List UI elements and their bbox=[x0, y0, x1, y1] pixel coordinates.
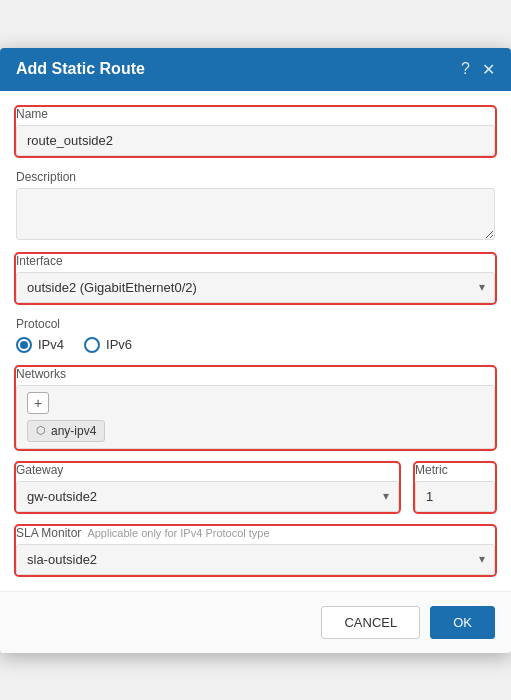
sla-monitor-select[interactable]: sla-outside2 bbox=[16, 544, 495, 575]
metric-field-group: Metric bbox=[415, 463, 495, 512]
metric-label: Metric bbox=[415, 463, 495, 477]
ipv6-radio-circle[interactable] bbox=[84, 337, 100, 353]
description-field-group: Description bbox=[16, 170, 495, 240]
interface-select-wrapper: outside2 (GigabitEthernet0/2) ▾ bbox=[16, 272, 495, 303]
networks-label: Networks bbox=[16, 367, 495, 381]
modal-header: Add Static Route ? ✕ bbox=[0, 48, 511, 91]
network-tag-label: any-ipv4 bbox=[51, 424, 96, 438]
ipv6-label: IPv6 bbox=[106, 337, 132, 352]
modal-footer: CANCEL OK bbox=[0, 591, 511, 653]
ipv4-radio-circle[interactable] bbox=[16, 337, 32, 353]
name-field-group: Name bbox=[16, 107, 495, 156]
protocol-options: IPv4 IPv6 bbox=[16, 337, 495, 353]
ipv4-radio-dot bbox=[20, 341, 28, 349]
ipv4-label: IPv4 bbox=[38, 337, 64, 352]
cancel-button[interactable]: CANCEL bbox=[321, 606, 420, 639]
interface-select[interactable]: outside2 (GigabitEthernet0/2) bbox=[16, 272, 495, 303]
gateway-select[interactable]: gw-outside2 bbox=[16, 481, 399, 512]
networks-box: + ⬡ any-ipv4 bbox=[16, 385, 495, 449]
sla-monitor-sublabel: Applicable only for IPv4 Protocol type bbox=[87, 527, 269, 539]
metric-input[interactable] bbox=[415, 481, 495, 512]
sla-monitor-field-group: SLA Monitor Applicable only for IPv4 Pro… bbox=[16, 526, 495, 575]
add-static-route-modal: Add Static Route ? ✕ Name Description In… bbox=[0, 48, 511, 653]
close-icon[interactable]: ✕ bbox=[482, 60, 495, 79]
protocol-label: Protocol bbox=[16, 317, 495, 331]
sla-monitor-label-row: SLA Monitor Applicable only for IPv4 Pro… bbox=[16, 526, 495, 540]
interface-label: Interface bbox=[16, 254, 495, 268]
protocol-ipv4-option[interactable]: IPv4 bbox=[16, 337, 64, 353]
network-tag-icon: ⬡ bbox=[36, 424, 46, 437]
gateway-field-group: Gateway gw-outside2 ▾ bbox=[16, 463, 399, 512]
gateway-metric-row: Gateway gw-outside2 ▾ Metric bbox=[16, 463, 495, 512]
protocol-field-group: Protocol IPv4 IPv6 bbox=[16, 317, 495, 353]
description-textarea[interactable] bbox=[16, 188, 495, 240]
sla-monitor-select-wrapper: sla-outside2 ▾ bbox=[16, 544, 495, 575]
gateway-select-wrapper: gw-outside2 ▾ bbox=[16, 481, 399, 512]
header-icons: ? ✕ bbox=[461, 60, 495, 79]
ok-button[interactable]: OK bbox=[430, 606, 495, 639]
description-label: Description bbox=[16, 170, 495, 184]
name-input[interactable] bbox=[16, 125, 495, 156]
sla-monitor-label: SLA Monitor bbox=[16, 526, 81, 540]
protocol-ipv6-option[interactable]: IPv6 bbox=[84, 337, 132, 353]
network-tag-any-ipv4[interactable]: ⬡ any-ipv4 bbox=[27, 420, 105, 442]
modal-body: Name Description Interface outside2 (Gig… bbox=[0, 91, 511, 591]
networks-field-group: Networks + ⬡ any-ipv4 bbox=[16, 367, 495, 449]
gateway-label: Gateway bbox=[16, 463, 399, 477]
networks-add-button[interactable]: + bbox=[27, 392, 49, 414]
modal-title: Add Static Route bbox=[16, 60, 145, 78]
name-label: Name bbox=[16, 107, 495, 121]
interface-field-group: Interface outside2 (GigabitEthernet0/2) … bbox=[16, 254, 495, 303]
help-icon[interactable]: ? bbox=[461, 60, 470, 78]
